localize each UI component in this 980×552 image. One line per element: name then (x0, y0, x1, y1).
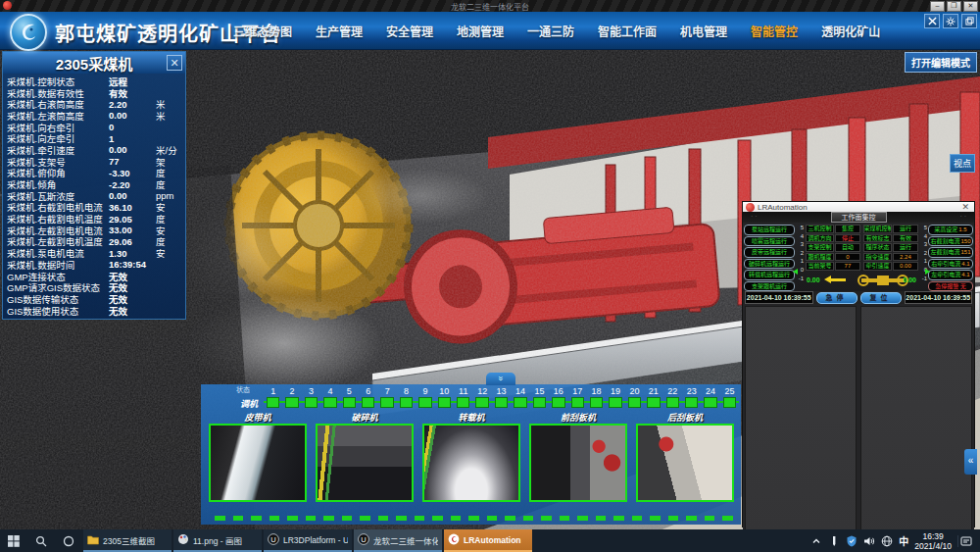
support-status-square[interactable] (704, 397, 716, 408)
start-button[interactable] (0, 529, 27, 552)
support-status-square[interactable] (590, 397, 603, 408)
camera-item: 破碎机 (316, 411, 414, 502)
support-number: 11 (454, 386, 472, 396)
row-unit: 米 (156, 109, 185, 123)
tray-chevron-up-icon[interactable] (810, 534, 822, 548)
search-icon[interactable] (27, 529, 55, 552)
support-status-square[interactable] (285, 397, 298, 408)
camera-thumbnail-皮带机[interactable] (209, 424, 307, 502)
nav-item-智能管控[interactable]: 智能管控 (751, 23, 798, 39)
lrautomation-close-icon[interactable]: ✕ (961, 202, 971, 212)
support-status-square[interactable] (418, 397, 431, 408)
svg-text:U: U (361, 534, 366, 543)
camera-thumbnail-转载机[interactable] (422, 424, 520, 502)
status-pill[interactable]: 采高设定1.5 (928, 225, 973, 235)
taskbar-item-2305三维截图[interactable]: 2305三维截图 (83, 529, 172, 552)
support-status-square[interactable] (514, 397, 526, 408)
scale-tick: 2 (924, 250, 927, 256)
nav-item-安全管理[interactable]: 安全管理 (386, 23, 433, 39)
viewpoint-tab[interactable]: 视点 (950, 154, 975, 173)
taskbar-clock[interactable]: 16:39 2021/4/10 (914, 531, 952, 551)
status-pill[interactable]: 右牵引电流4.1 (928, 259, 973, 270)
tray-network-globe-icon[interactable] (881, 534, 893, 548)
nav-item-机电管理[interactable]: 机电管理 (680, 23, 727, 39)
status-pill[interactable]: 破碎机远程运行 (744, 259, 795, 270)
readout-row: 支架控制自动 (806, 243, 860, 252)
tab-workface-control[interactable]: 工作面集控 (831, 212, 887, 223)
status-pill[interactable]: 泵站远程运行 (744, 225, 795, 235)
nav-item-一通三防[interactable]: 一通三防 (527, 23, 574, 39)
support-status-square[interactable] (571, 397, 584, 408)
camera-strip-collapse-tab[interactable]: » (486, 373, 515, 385)
support-status-square[interactable] (609, 397, 621, 408)
status-dash (505, 516, 515, 521)
support-status-square[interactable] (533, 397, 546, 408)
support-status-square[interactable] (457, 397, 469, 408)
support-status-square[interactable] (380, 397, 393, 408)
task-view-icon[interactable] (55, 529, 82, 552)
tray-ime-indicator[interactable]: 中 (899, 533, 908, 548)
status-pill[interactable]: 支架跟机运行 (744, 281, 795, 292)
panel-collapse-button[interactable]: « (964, 449, 977, 475)
support-number: 8 (397, 386, 416, 396)
tray-pen-icon[interactable] (828, 534, 840, 548)
minimize-button[interactable]: – (930, 1, 945, 12)
support-status-square[interactable] (400, 397, 413, 408)
scale-tick: 1 (801, 258, 804, 264)
taskbar-item-11.png - 画图[interactable]: 11.png - 画图 (173, 529, 262, 552)
support-status-square[interactable] (628, 397, 641, 408)
camera-thumbnail-前刮板机[interactable] (529, 424, 627, 502)
notification-center-icon[interactable] (957, 535, 974, 547)
reset-button[interactable]: 复位 (860, 292, 902, 304)
tools-icon[interactable] (924, 14, 940, 28)
status-pill[interactable]: 右截割电流150 (928, 236, 973, 247)
unreal-icon: U (268, 531, 279, 549)
support-status-square[interactable] (647, 397, 660, 408)
support-status-square[interactable] (552, 397, 564, 408)
clock-date: 2021/4/10 (914, 541, 952, 551)
support-status-square[interactable] (438, 397, 451, 408)
support-status-square[interactable] (666, 397, 679, 408)
folder-icon (87, 531, 99, 549)
support-status-square[interactable] (362, 397, 374, 408)
nav-item-生产管理[interactable]: 生产管理 (316, 23, 363, 39)
nav-item-三维态势图[interactable]: 三维态势图 (233, 23, 292, 39)
readout-value: 2.24 (893, 253, 917, 262)
status-pill[interactable]: 皮带远程运行 (744, 247, 795, 258)
nav-item-智能工作面[interactable]: 智能工作面 (598, 23, 657, 39)
estop-alarm-pill[interactable]: 急停报警 无 (928, 281, 973, 292)
status-pill[interactable]: 转载机远程运行 (744, 270, 795, 280)
taskbar-item-LR3DPlatform - U...[interactable]: ULR3DPlatform - U... (264, 529, 352, 552)
support-status-square[interactable] (267, 397, 279, 408)
nav-item-透明化矿山[interactable]: 透明化矿山 (821, 23, 880, 39)
support-status-square[interactable] (685, 397, 698, 408)
support-status-square[interactable] (323, 397, 336, 408)
status-pill[interactable]: 左牵引电流4.1 (928, 270, 973, 280)
taskbar-item-LRAutomation[interactable]: LRAutomation (444, 529, 532, 552)
support-status-square[interactable] (495, 397, 508, 408)
gear-icon[interactable] (943, 14, 958, 28)
support-status-square[interactable] (475, 397, 488, 408)
tray-security-shield-icon[interactable] (846, 534, 858, 548)
camera-thumbnail-后刮板机[interactable] (636, 424, 734, 502)
tray-volume-icon[interactable] (863, 534, 875, 548)
readout-value: 0 (835, 253, 859, 262)
taskbar-item-龙软二三维一体化...[interactable]: U龙软二三维一体化... (354, 529, 442, 552)
panel-close-icon[interactable]: ✕ (167, 55, 182, 71)
status-pill[interactable]: 左截割电流151 (928, 247, 973, 258)
close-button[interactable]: ✕ (963, 1, 978, 12)
readout-row: 牵引速度0.00 (863, 262, 918, 271)
resize-icon[interactable] (961, 14, 977, 28)
support-status-square[interactable] (305, 397, 318, 408)
nav-item-地测管理[interactable]: 地测管理 (457, 23, 504, 39)
status-pill[interactable]: 喷雾远程运行 (744, 236, 795, 247)
emergency-stop-button[interactable]: 急停 (816, 292, 858, 304)
open-edit-mode-button[interactable]: 打开编辑模式 (905, 52, 977, 73)
maximize-button[interactable]: ❒ (947, 1, 961, 12)
support-status-square[interactable] (343, 397, 356, 408)
camera-thumbnail-破碎机[interactable] (316, 424, 414, 502)
status-dash (468, 516, 479, 521)
unreal-icon: U (358, 531, 369, 549)
support-status-square[interactable] (723, 397, 736, 408)
support-number: 10 (435, 386, 454, 396)
